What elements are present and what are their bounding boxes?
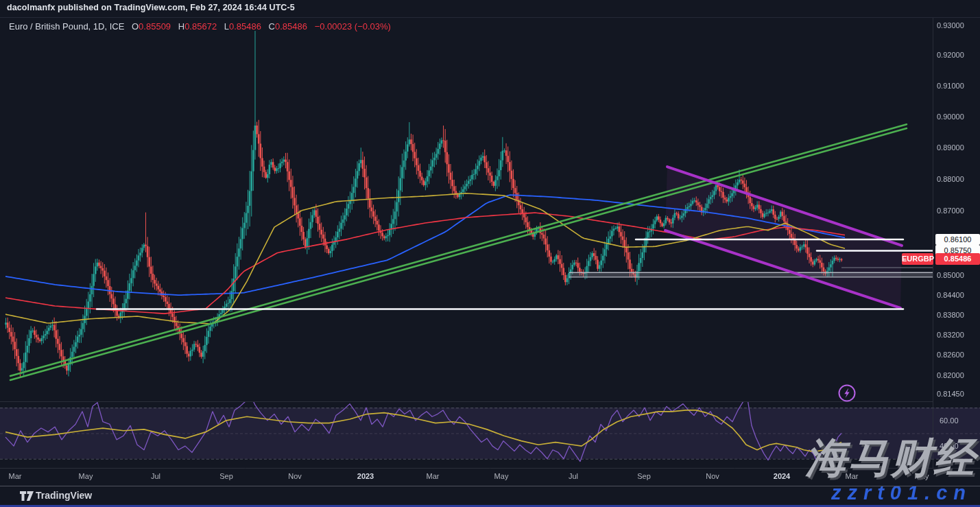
price-axis-tick: 0.93000 (937, 21, 978, 30)
high-value: 0.85672 (184, 21, 217, 32)
tradingview-chart-window: { "top_bar": { "text": "dacolmanfx publi… (0, 0, 980, 507)
price-axis-tick: 0.89000 (937, 143, 978, 152)
time-axis-tick: Nov (706, 472, 719, 480)
price-axis-tick: 0.87000 (937, 207, 978, 215)
time-axis-tick: Sep (219, 472, 233, 480)
time-axis-tick: 2024 (774, 472, 790, 480)
open-value: 0.85509 (139, 21, 171, 32)
price-axis-tick: 0.82600 (937, 351, 978, 359)
boost-lightning-icon[interactable] (837, 384, 857, 405)
time-axis-tick: Jul (151, 472, 160, 480)
indicator-axis-tick: 60.00 (940, 416, 978, 425)
last-price-label: 0.85486 (935, 253, 980, 265)
open-label: O (132, 21, 139, 32)
time-axis-tick: 2023 (357, 472, 374, 480)
bottombar-divider (0, 486, 980, 486)
level-price-label: 0.86100 (935, 234, 980, 245)
price-axis-tick: 0.85000 (937, 271, 978, 279)
low-label: L (224, 21, 229, 32)
watermark-url: zzrt01.cn (831, 482, 972, 504)
tradingview-logo-icon[interactable] (20, 491, 34, 504)
price-axis-tick: 0.91000 (937, 82, 978, 90)
symbol-title: Euro / British Pound, 1D, ICE (9, 21, 124, 32)
close-label: C (269, 21, 275, 32)
high-label: H (178, 21, 184, 32)
price-axis-tick: 0.82000 (937, 371, 978, 379)
price-axis-tick: 0.90000 (937, 113, 978, 121)
time-axis-tick: Sep (637, 472, 651, 480)
low-value: 0.85486 (229, 21, 261, 32)
symbol-legend[interactable]: Euro / British Pound, 1D, ICE O0.85509 H… (9, 21, 391, 32)
price-axis-tick: 0.92000 (937, 51, 978, 59)
tradingview-brand[interactable]: TradingView (36, 490, 92, 501)
price-axis-tick: 0.83800 (937, 311, 978, 319)
time-axis-tick: Mar (9, 472, 22, 480)
time-axis-tick: Mar (427, 472, 440, 480)
symbol-price-tag: EURGBP (902, 253, 933, 265)
publish-info: dacolmanfx published on TradingView.com,… (7, 3, 295, 12)
time-axis-tick: May (494, 472, 509, 480)
time-axis-tick: Nov (288, 472, 302, 480)
chart-canvas[interactable] (0, 0, 980, 507)
close-value: 0.85486 (275, 21, 307, 32)
time-axis-tick: Jul (569, 472, 578, 480)
time-axis-tick: May (79, 472, 93, 480)
topbar-divider (0, 17, 980, 18)
price-axis-tick: 0.84400 (937, 291, 978, 299)
price-axis-tick: 0.88000 (937, 175, 978, 183)
watermark-cjk: 海马财经 (806, 436, 976, 480)
price-axis-tick: 0.81450 (937, 390, 978, 398)
change-value: −0.00023 (−0.03%) (315, 21, 391, 32)
price-axis-tick: 0.83200 (937, 331, 978, 339)
